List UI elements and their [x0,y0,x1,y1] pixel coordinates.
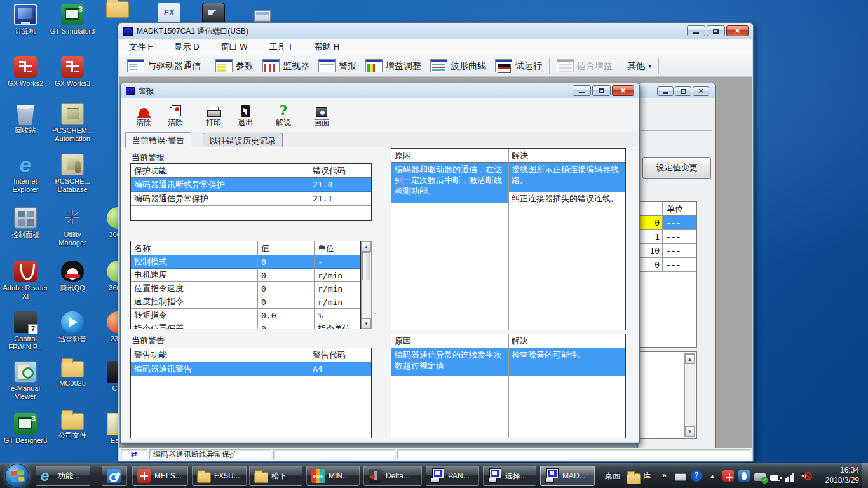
table-row[interactable]: 指令位置偏差 0 指令单位 [131,322,360,329]
table-row[interactable]: 速度控制指令 0 r/min [131,295,360,309]
desktop-icon-folder-top[interactable] [105,1,130,20]
table-row[interactable]: 0 --- [639,216,696,230]
toolbar-waveform-button[interactable]: 波形曲线 [426,57,491,74]
table-row[interactable]: 编码器通讯断线异常保护 21.0 [131,178,371,192]
minimize-button[interactable] [573,85,591,96]
help-tray-icon[interactable]: ? [691,470,702,482]
table-row[interactable]: 转矩指令 0.0 % [131,309,360,322]
desktop-icon-company-files[interactable]: 公司文件 [50,413,95,440]
keyboard-icon[interactable] [675,473,686,481]
restore-button[interactable] [592,85,611,96]
table-row[interactable]: 编码器通信异常保护 21.1 [131,192,371,206]
scroll-thumb[interactable] [362,252,370,280]
toolbar-parameter-button[interactable]: 参数 [211,57,258,74]
toolbar-gain-button[interactable]: 增益调整 [361,57,426,74]
scroll-up-arrow[interactable]: ▲ [362,241,371,252]
close-button[interactable]: ✕ [693,86,709,96]
show-desktop-button[interactable] [862,463,868,488]
print-button[interactable]: 打印 [199,102,228,128]
network-signal-icon[interactable] [785,470,796,482]
desktop-icon-small-window[interactable] [253,10,272,24]
battery-icon[interactable] [770,475,780,481]
change-setpoint-button[interactable]: 设定值变更 [642,157,711,179]
start-button[interactable] [5,464,29,488]
taskbar-button-delta[interactable]: Delta... [363,466,422,486]
library-folder-icon[interactable] [627,473,641,484]
table-row[interactable]: 编码器通讯警告 A4 [131,362,371,376]
desktop-icon-control-panel[interactable]: 控制面板 [3,207,48,239]
alarm-solution-2[interactable]: 纠正连接器插头的错误连线。 [508,192,625,221]
taskbar-button-pdf[interactable]: PDFMIN... [306,466,360,486]
explain-button[interactable]: ?解说 [269,102,298,128]
desktop-toolbar-label[interactable]: 桌面 [605,471,620,482]
table-row[interactable]: 10 --- [639,244,696,258]
taskbar-button-fx5u-folder[interactable]: FX5U... [192,466,247,486]
scroll-down-arrow[interactable]: ▼ [685,426,695,437]
menu-file[interactable]: 文件 F [129,41,153,53]
scroll-down-arrow[interactable]: ▼ [362,318,371,329]
toolbar-overflow-chevron[interactable]: » [662,471,667,480]
taskbar-clock[interactable]: 16:34 2018/3/29 [825,465,859,485]
warning-cause[interactable]: 编码器通信异常的连续发生次数超过规定值 [391,348,508,376]
library-label[interactable]: 库 [643,471,651,482]
toolbar-monitor-button[interactable]: 监视器 [258,57,314,74]
restore-button[interactable] [675,86,691,96]
monitor-scrollbar[interactable]: ▲ ▼ [361,241,372,329]
table-row[interactable]: 控制模式 0 - [131,255,360,269]
warning-solution-1[interactable]: 检查噪音的可能性。 [508,348,625,376]
taskbar-button-ie[interactable]: e功能... [36,466,90,486]
alarm-cause[interactable]: 编码器和驱动器的通信，在达到一定次数后中断，激活断线检测功能。 [391,163,508,203]
toolbar-other-button[interactable]: 其他▾ [623,58,656,74]
taskbar-button-baidu-netdisk[interactable] [102,466,127,486]
taskbar-button-panaterm-1[interactable]: PAN... [426,466,479,486]
menu-window[interactable]: 窗口 W [221,41,248,53]
toolbar-alarm-button[interactable]: 警报 [314,57,361,74]
menu-help[interactable]: 帮助 H [315,41,339,53]
tray-expander-icon[interactable]: ▲ [707,470,718,482]
desktop-icon-utility-manager[interactable]: Utility Manager [50,207,95,247]
desktop-icon-gx-works3[interactable]: GX Works3 [50,56,95,88]
menu-tools[interactable]: 工具 T [269,41,293,53]
taskbar-button-panaterm-active[interactable]: MAD... [540,466,595,486]
desktop-icon-adobe-reader[interactable]: Adobe Reader XI [3,261,48,301]
table-row[interactable]: 电机速度 0 r/min [131,269,360,282]
desktop-icon-gt-simulator3[interactable]: GT Simulator3 [50,4,95,36]
taskbar-button-panasonic-folder[interactable]: 松下 [249,466,302,486]
desktop-icon-computer[interactable]: 计算机 [3,4,48,36]
desktop-icon-pcschem-database[interactable]: PCSCHE... Database [50,154,95,194]
usb-device-icon[interactable] [754,473,766,481]
table-row[interactable]: 1 --- [639,230,696,244]
minimize-button[interactable] [687,25,705,36]
alarm-solution-1[interactable]: 接线图所示正确连接编码器线路。 [508,163,625,192]
close-button[interactable]: ✕ [612,85,634,96]
toolbar-comm-button[interactable]: 与驱动器通信 [123,57,205,74]
volume-muted-icon[interactable] [801,470,812,482]
table-row[interactable]: 0 --- [639,258,696,272]
scroll-up-arrow[interactable]: ▲ [685,354,695,364]
table-row[interactable]: 位置指令速度 0 r/min [131,282,360,295]
tab-current-errors[interactable]: 当前错误·警告 [125,132,191,148]
clear-alarm-button[interactable]: 清除 [129,102,158,128]
desktop-icon-gx-works2[interactable]: GX Works2 [3,56,48,88]
im-tray-icon[interactable] [738,470,750,482]
desktop-icon-recycle-bin[interactable]: 回收站 [3,103,48,135]
taskbar-button-panaterm-2[interactable]: 选择... [483,466,536,486]
alarm-window-titlebar[interactable]: 警报 [121,83,639,98]
desktop-icon-internet-explorer[interactable]: eInternet Explorer [3,154,48,194]
clear-history-button[interactable]: 清除 [161,102,190,128]
desktop-icon-fpwin[interactable]: Control FPWIN P... [3,311,48,351]
desktop-icon-emanual[interactable]: e-Manual Viewer [3,361,48,401]
gx-tray-icon[interactable] [722,470,734,482]
scrollbar[interactable]: ▲ ▼ [684,353,695,437]
exit-button[interactable]: 退出 [231,102,260,128]
menu-display[interactable]: 显示 D [175,41,200,53]
desktop-icon-gt-designer3[interactable]: GT Designer3 [3,413,48,445]
desktop-icon-pcschem-automation[interactable]: PCSCHEM... Automation [50,103,95,143]
desktop-icon-qq[interactable]: 腾讯QQ [50,261,95,292]
desktop-icon-mc0028[interactable]: MC0028 [50,361,95,388]
screen-button[interactable]: 画面 [307,102,336,128]
minimize-button[interactable] [657,86,674,96]
main-window-titlebar[interactable]: MADKT1507CA1 通信端口(USB) [118,23,753,39]
taskbar-button-melsoft[interactable]: MELS... [132,466,188,486]
maximize-button[interactable] [707,25,725,36]
